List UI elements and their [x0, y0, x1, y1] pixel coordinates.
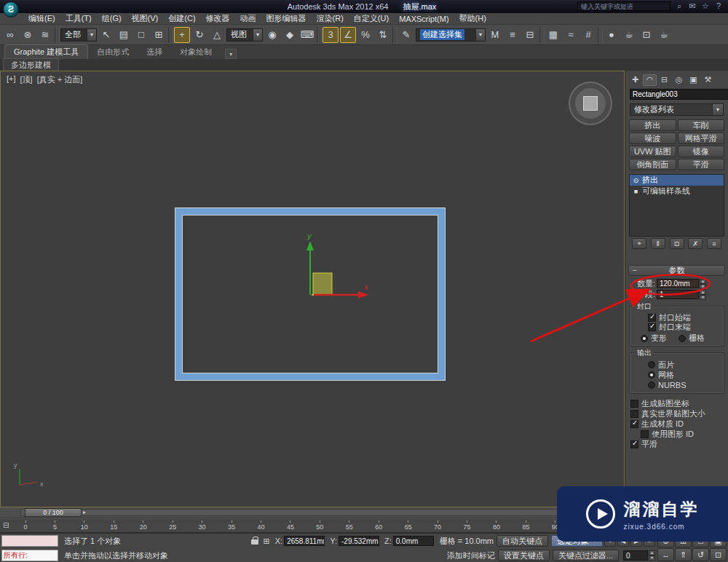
menu-item[interactable]: 创建(C)	[163, 12, 200, 25]
modify-tab[interactable]: ◠	[643, 74, 657, 86]
search-input[interactable]	[577, 1, 670, 11]
modifier-button-mirror[interactable]: 镜像	[678, 146, 725, 157]
tab-freeform[interactable]: 自由形式	[88, 45, 138, 59]
segments-field[interactable]: 1	[657, 290, 699, 299]
modifier-button-lathe[interactable]: 车削	[678, 119, 725, 131]
auto-key-button[interactable]: 自动关键点	[496, 535, 548, 547]
snap-toggle-3d-icon[interactable]: 3	[323, 27, 339, 43]
viewport-menu-pov[interactable]: [顶]	[20, 74, 33, 85]
key-filters-button[interactable]: 关键点过滤器...	[553, 550, 619, 561]
amount-field[interactable]: 120.0mm	[657, 279, 699, 288]
parameters-rollout-header[interactable]: 参数	[628, 265, 725, 276]
utilities-tab[interactable]: ⚒	[701, 74, 715, 86]
help-icon[interactable]: ?	[713, 1, 724, 11]
select-and-scale-icon[interactable]: △	[209, 27, 225, 43]
select-and-manipulate-icon[interactable]: ◆	[282, 27, 298, 43]
modifier-button-bevel-profile[interactable]: 倒角剖面	[629, 159, 676, 170]
tab-graphite-modeling[interactable]: Graphite 建模工具	[4, 44, 88, 59]
favorites-icon[interactable]: ☆	[700, 1, 711, 11]
param-checkbox[interactable]: 真实世界贴图大小	[630, 408, 724, 419]
use-pivot-center-icon[interactable]: ◉	[264, 27, 280, 43]
orbit-icon[interactable]: ↺	[692, 548, 709, 561]
menu-item[interactable]: 帮助(H)	[454, 12, 491, 25]
modifier-button-smooth[interactable]: 平滑	[678, 159, 725, 170]
output-radio[interactable]: 面片	[648, 360, 721, 370]
reference-coordinate-dropdown[interactable]: 视图	[226, 28, 263, 41]
edit-named-selection-sets-icon[interactable]: ✎	[398, 27, 414, 43]
param-checkbox[interactable]: 生成材质 ID	[630, 419, 724, 429]
align-icon[interactable]: ≡	[505, 27, 521, 43]
configure-modifier-sets-icon[interactable]: ≡	[707, 238, 721, 249]
time-slider-track[interactable]	[20, 509, 619, 516]
extruded-rectangle-object[interactable]	[175, 208, 445, 380]
macro-recorder-pane[interactable]	[1, 535, 58, 547]
remove-modifier-icon[interactable]: ✗	[688, 238, 703, 249]
graphite-ribbon-toggle-icon[interactable]: ▦	[545, 27, 561, 43]
amount-spinner[interactable]	[700, 279, 706, 289]
y-coordinate-field[interactable]: -29.532mm	[339, 536, 379, 546]
bind-to-space-warp-icon[interactable]: ≋	[37, 27, 53, 43]
mirror-icon[interactable]: M	[487, 27, 503, 43]
ribbon-minimize-icon[interactable]	[225, 49, 237, 59]
menu-item[interactable]: 工具(T)	[60, 12, 97, 25]
hierarchy-tab[interactable]: ⊟	[657, 74, 671, 86]
output-radio[interactable]: 网格	[648, 370, 721, 380]
schematic-view-icon[interactable]: #	[580, 27, 596, 43]
modifier-button-extrude[interactable]: 挤出	[629, 119, 676, 131]
param-checkbox[interactable]: 生成贴图坐标	[630, 398, 724, 408]
render-production-icon[interactable]: ☕	[656, 27, 672, 43]
rendered-frame-window-icon[interactable]: ⊡	[638, 27, 654, 43]
tab-polygon-modeling[interactable]: 多边形建模	[3, 58, 59, 71]
named-selection-combobox[interactable]: 创建选择集	[416, 28, 486, 41]
display-tab[interactable]: ▣	[687, 74, 700, 86]
material-editor-icon[interactable]: ●	[604, 27, 620, 43]
create-tab[interactable]: ✚	[628, 74, 642, 86]
view-cube-top-face[interactable]	[583, 96, 598, 111]
select-object-icon[interactable]: ↖	[98, 27, 114, 43]
menu-item[interactable]: 组(G)	[97, 12, 127, 25]
unlink-selection-icon[interactable]: ⊗	[20, 27, 36, 43]
modifier-list-dropdown[interactable]: 修改器列表	[630, 103, 724, 116]
time-slider[interactable]: 0 / 100 ▸	[0, 507, 625, 518]
angle-snap-icon[interactable]: ∠	[340, 27, 356, 43]
stack-item-editable-spline[interactable]: ■ 可编辑样条线	[630, 186, 724, 197]
cap-checkbox[interactable]: 封口末端	[648, 322, 721, 332]
menu-item[interactable]: 修改器	[201, 12, 235, 25]
select-and-link-icon[interactable]: ∞	[2, 27, 18, 43]
viewport-menu-shading[interactable]: [真实 + 边面]	[37, 74, 83, 85]
modifier-button-noise[interactable]: 噪波	[629, 132, 676, 144]
search-icon[interactable]: ⌕	[674, 1, 684, 11]
show-end-result-icon[interactable]: Ⅱ	[651, 238, 665, 249]
param-checkbox[interactable]: 使用图形 ID	[641, 429, 724, 439]
pin-stack-icon[interactable]: ⌖	[632, 238, 646, 249]
object-name-field[interactable]	[630, 89, 728, 100]
layer-manager-icon[interactable]: ⊟	[522, 27, 538, 43]
percent-snap-icon[interactable]: %	[357, 27, 373, 43]
window-crossing-icon[interactable]: ⊞	[151, 27, 167, 43]
modifier-button-uvw-map[interactable]: UVW 贴图	[629, 146, 676, 157]
menu-item[interactable]: 动画	[235, 12, 261, 25]
open-mini-curve-editor-icon[interactable]: ⊟	[3, 521, 9, 529]
menu-item[interactable]: 编辑(E)	[23, 12, 60, 25]
pan-icon[interactable]: ↔	[657, 548, 674, 561]
tab-selection[interactable]: 选择	[138, 45, 171, 59]
modifier-button-meshsmooth[interactable]: 网格平滑	[678, 132, 725, 144]
segments-spinner[interactable]	[700, 290, 706, 300]
menu-item[interactable]: 图形编辑器	[261, 12, 312, 25]
motion-tab[interactable]: ◎	[672, 74, 686, 86]
maxscript-mini-listener[interactable]: 所有行:	[1, 550, 58, 561]
spinner-snap-icon[interactable]: ⇅	[375, 27, 391, 43]
next-frame-arrow-icon[interactable]: ▸	[83, 509, 86, 515]
param-checkbox[interactable]: 平滑	[630, 439, 724, 449]
select-by-name-icon[interactable]: ▤	[116, 27, 132, 43]
curve-editor-icon[interactable]: ≈	[563, 27, 579, 43]
track-bar[interactable]: ⊟ 05101520253035404550556065707580859095…	[0, 518, 625, 533]
select-and-rotate-icon[interactable]: ↻	[191, 27, 207, 43]
rectangular-selection-icon[interactable]: □	[133, 27, 149, 43]
tab-object-paint[interactable]: 对象绘制	[171, 45, 221, 59]
stack-item-extrude[interactable]: ⊙ 挤出	[630, 175, 724, 186]
menu-item[interactable]: MAXScript(M)	[394, 14, 454, 24]
output-radio[interactable]: NURBS	[648, 380, 721, 390]
menu-item[interactable]: 视图(V)	[127, 12, 164, 25]
menu-item[interactable]: 渲染(R)	[312, 12, 349, 25]
